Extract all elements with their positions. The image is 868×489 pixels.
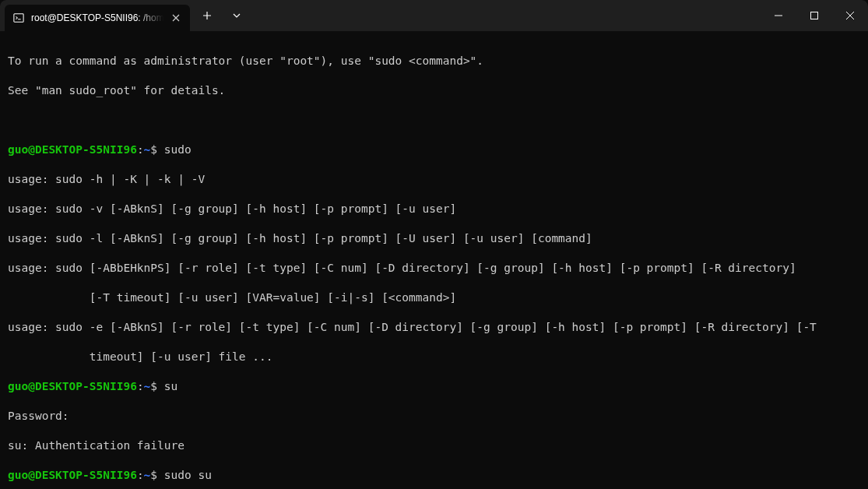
terminal-icon — [12, 12, 25, 24]
prompt-line: guo@DESKTOP-S5NII96:~$ sudo — [8, 142, 860, 157]
output-line: su: Authentication failure — [8, 438, 860, 453]
maximize-button[interactable] — [796, 0, 832, 31]
output-line: [-T timeout] [-u user] [VAR=value] [-i|-… — [8, 290, 860, 305]
output-line: Password: — [8, 409, 860, 424]
new-tab-button[interactable] — [195, 3, 220, 28]
user-host: guo@DESKTOP-S5NII96 — [8, 380, 137, 392]
prompt-line: guo@DESKTOP-S5NII96:~$ su — [8, 379, 860, 394]
blank-line — [8, 113, 860, 128]
window-controls — [761, 0, 868, 31]
dollar: $ — [150, 143, 157, 156]
dollar: $ — [150, 380, 157, 392]
svg-rect-0 — [14, 14, 23, 23]
title-bar: root@DESKTOP-S5NII96: /home/guo — [0, 0, 868, 31]
minimize-button[interactable] — [761, 0, 796, 31]
output-line: usage: sudo -l [-ABknS] [-g group] [-h h… — [8, 231, 860, 246]
terminal-output[interactable]: To run a command as administrator (user … — [0, 31, 868, 489]
prompt-line: guo@DESKTOP-S5NII96:~$ sudo su — [8, 468, 860, 483]
tab-dropdown-button[interactable] — [224, 3, 249, 28]
terminal-tab[interactable]: root@DESKTOP-S5NII96: /home/guo — [5, 5, 190, 31]
command: sudo su — [157, 469, 212, 481]
user-host: guo@DESKTOP-S5NII96 — [8, 143, 137, 156]
output-line: usage: sudo -h | -K | -k | -V — [8, 172, 860, 187]
colon: : — [137, 469, 144, 481]
output-line: usage: sudo -v [-ABknS] [-g group] [-h h… — [8, 202, 860, 216]
tab-close-icon[interactable] — [170, 12, 182, 24]
output-line: To run a command as administrator (user … — [8, 54, 860, 69]
tab-title: root@DESKTOP-S5NII96: /home/guo — [31, 12, 163, 23]
close-window-button[interactable] — [832, 0, 868, 31]
user-host: guo@DESKTOP-S5NII96 — [8, 469, 137, 481]
dollar: $ — [150, 469, 157, 481]
command: su — [157, 380, 177, 392]
colon: : — [137, 143, 144, 156]
output-line: timeout] [-u user] file ... — [8, 350, 860, 364]
output-line: usage: sudo -e [-ABknS] [-r role] [-t ty… — [8, 320, 860, 335]
colon: : — [137, 380, 144, 392]
output-line: usage: sudo [-ABbEHknPS] [-r role] [-t t… — [8, 261, 860, 276]
output-line: See "man sudo_root" for details. — [8, 83, 860, 98]
svg-rect-3 — [811, 12, 818, 19]
command: sudo — [157, 143, 192, 156]
